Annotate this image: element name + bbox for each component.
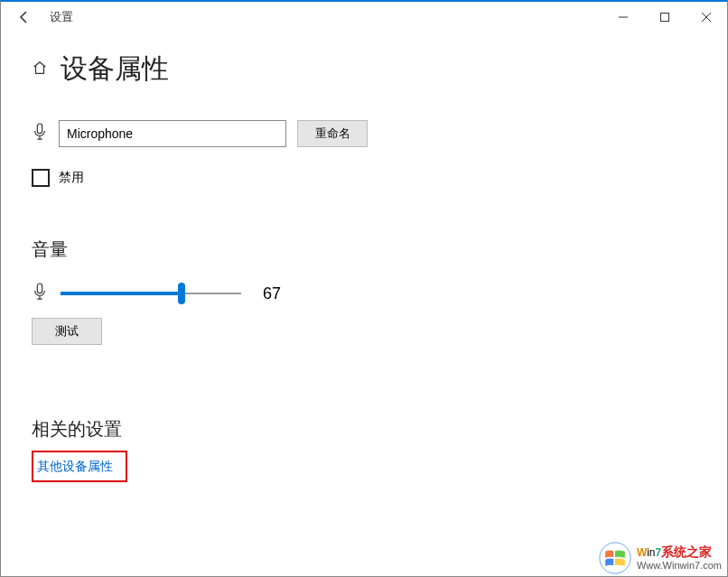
device-name-input[interactable] xyxy=(59,120,286,147)
home-icon[interactable] xyxy=(32,60,48,79)
page-title: 设备属性 xyxy=(61,51,169,88)
disable-checkbox-row[interactable]: 禁用 xyxy=(32,169,696,187)
watermark: Win7系统之家 Www.Winwin7.com xyxy=(599,542,722,574)
page-heading-row: 设备属性 xyxy=(32,51,696,88)
window-controls xyxy=(602,2,727,33)
microphone-icon xyxy=(32,282,48,305)
svg-rect-4 xyxy=(37,124,42,134)
volume-slider-row: 67 xyxy=(32,282,696,305)
device-name-row: 重命名 xyxy=(32,120,696,147)
rename-button[interactable]: 重命名 xyxy=(297,120,368,147)
volume-slider[interactable] xyxy=(61,284,241,302)
content-area: 设备属性 重命名 禁用 音量 67 测试 相关的设置 其他设备属性 xyxy=(1,33,727,482)
disable-checkbox[interactable] xyxy=(32,169,50,187)
minimize-button[interactable] xyxy=(602,2,644,33)
close-button[interactable] xyxy=(686,2,727,33)
windows-logo-icon xyxy=(599,542,631,574)
test-button[interactable]: 测试 xyxy=(32,318,102,345)
titlebar: 设置 xyxy=(1,2,727,33)
other-device-properties-link[interactable]: 其他设备属性 xyxy=(37,459,113,473)
watermark-url: Www.Winwin7.com xyxy=(637,560,722,572)
disable-label: 禁用 xyxy=(59,170,84,186)
volume-section-label: 音量 xyxy=(32,237,696,262)
highlighted-link-box: 其他设备属性 xyxy=(32,451,127,482)
watermark-brand-cn: 系统之家 xyxy=(661,544,712,559)
microphone-icon xyxy=(32,122,48,145)
window-title: 设置 xyxy=(50,9,73,25)
related-section-label: 相关的设置 xyxy=(32,417,696,442)
volume-value: 67 xyxy=(263,284,281,303)
svg-rect-5 xyxy=(37,284,42,293)
watermark-brand-w: W xyxy=(637,546,647,559)
svg-rect-1 xyxy=(661,14,669,22)
maximize-button[interactable] xyxy=(644,2,686,33)
back-button[interactable] xyxy=(8,2,41,33)
svg-point-6 xyxy=(600,543,630,573)
